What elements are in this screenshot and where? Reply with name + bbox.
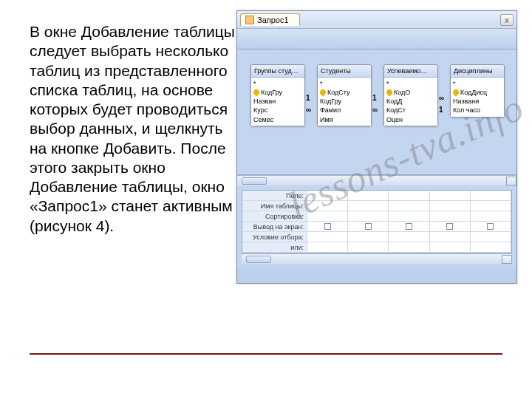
grid-cell[interactable]	[389, 201, 429, 211]
grid-cell[interactable]	[348, 201, 389, 211]
relation-many: ∞	[306, 106, 311, 114]
table-field[interactable]: Фамил	[320, 106, 369, 115]
scroll-thumb[interactable]	[242, 177, 267, 185]
slide: В окне Добавление таблицы следует выбрат…	[0, 0, 532, 399]
field-label: *	[386, 79, 389, 88]
close-button[interactable]: x	[500, 14, 514, 26]
table-field-list[interactable]: *КодГруНазванКурсСемес	[251, 78, 304, 126]
body-paragraph: В окне Добавление таблицы следует выбрат…	[30, 22, 236, 236]
table-field[interactable]: Оцен	[386, 115, 435, 124]
grid-cell[interactable]	[307, 232, 348, 242]
grid-cell[interactable]	[471, 242, 511, 253]
table-field[interactable]: *	[386, 79, 435, 88]
table-field[interactable]: Назван	[253, 97, 302, 106]
grid-cell[interactable]	[430, 242, 471, 253]
field-label: КодСту	[327, 88, 350, 97]
grid-cell[interactable]	[471, 232, 511, 242]
grid-cell[interactable]	[348, 191, 389, 201]
key-icon	[320, 89, 327, 97]
show-checkbox-cell[interactable]	[430, 222, 471, 232]
grid-cell[interactable]	[348, 242, 389, 253]
grid-cell[interactable]	[471, 211, 511, 222]
grid-cell[interactable]	[348, 232, 389, 242]
table-field[interactable]: КодГру	[253, 88, 302, 97]
grid-cell[interactable]	[430, 211, 471, 222]
grid-row-label: Поле:	[242, 191, 307, 201]
query-icon	[245, 16, 254, 24]
table-box[interactable]: Дисциплины*КодДисцНазваниКол часо	[450, 64, 505, 117]
table-field[interactable]: КодСт	[386, 106, 435, 115]
grid-cell[interactable]	[307, 211, 348, 222]
table-field[interactable]: КодД	[386, 97, 435, 106]
field-label: *	[320, 79, 323, 88]
field-label: КодО	[394, 88, 410, 97]
table-field[interactable]: Названи	[453, 97, 502, 106]
table-box[interactable]: Студенты*КодСтуКодГруФамилИмя	[317, 64, 372, 126]
table-title: Студенты	[318, 65, 371, 78]
field-label: *	[253, 79, 256, 88]
relation-one: 1	[372, 94, 377, 102]
grid-cell[interactable]	[471, 201, 511, 211]
table-title: Дисциплины	[451, 65, 504, 78]
table-field[interactable]: Семес	[253, 115, 302, 124]
checkbox-icon[interactable]	[365, 223, 372, 230]
tables-area[interactable]: lessons-tva.info Группы студ…*КодГруНазв…	[237, 50, 516, 175]
show-checkbox-cell[interactable]	[348, 222, 389, 232]
grid-scrollbar[interactable]	[242, 253, 512, 264]
toolbar-strip	[237, 29, 516, 50]
table-field[interactable]: КодСту	[320, 88, 369, 97]
grid-cell[interactable]	[430, 201, 471, 211]
checkbox-icon[interactable]	[487, 223, 494, 230]
footer-rule	[30, 353, 502, 355]
query-designer-screenshot: Запрос1 x lessons-tva.info Группы студ…*…	[236, 10, 517, 284]
field-label: КодГру	[320, 97, 341, 106]
scroll-right-icon[interactable]	[502, 255, 512, 264]
grid-cell[interactable]	[307, 242, 348, 253]
grid-cell[interactable]	[430, 191, 471, 201]
table-field-list[interactable]: *КодСтуКодГруФамилИмя	[318, 78, 371, 126]
field-label: *	[453, 79, 456, 88]
grid-cell[interactable]	[348, 211, 389, 222]
checkbox-icon[interactable]	[324, 223, 331, 230]
relation-many: ∞	[372, 106, 378, 114]
grid-cell[interactable]	[389, 211, 429, 222]
checkbox-icon[interactable]	[446, 223, 453, 230]
grid-cell[interactable]	[307, 201, 348, 211]
grid-cell[interactable]	[430, 232, 471, 242]
table-box[interactable]: Группы студ…*КодГруНазванКурсСемес	[250, 64, 305, 126]
table-field[interactable]: КодГру	[320, 97, 369, 106]
field-label: Фамил	[320, 106, 341, 115]
grid-cell[interactable]	[307, 191, 348, 201]
field-label: КодД	[386, 97, 402, 106]
grid-row-label: или:	[242, 242, 307, 253]
table-field[interactable]: КодДисц	[453, 88, 502, 97]
table-field[interactable]: Имя	[320, 115, 369, 124]
table-box[interactable]: Успеваемо…*КодОКодДКодСтОцен	[383, 64, 438, 126]
table-field[interactable]: КодО	[386, 88, 435, 97]
show-checkbox-cell[interactable]	[471, 222, 511, 232]
grid-row-label: Условие отбора:	[242, 232, 307, 242]
field-label: КодСт	[386, 106, 406, 115]
show-checkbox-cell[interactable]	[389, 222, 429, 232]
grid-row-label: Имя таблицы:	[242, 201, 307, 211]
grid-row-label: Вывод на экран:	[242, 222, 307, 232]
table-field[interactable]: *	[453, 79, 502, 88]
grid-cell[interactable]	[389, 232, 429, 242]
table-field[interactable]: Курс	[253, 106, 302, 115]
grid-cell[interactable]	[389, 242, 429, 253]
table-field[interactable]: *	[253, 79, 302, 88]
table-field[interactable]: Кол часо	[453, 106, 502, 115]
checkbox-icon[interactable]	[406, 223, 412, 230]
field-label: Курс	[253, 106, 267, 115]
tables-scrollbar[interactable]	[237, 175, 516, 185]
show-checkbox-cell[interactable]	[307, 222, 348, 232]
scroll-thumb[interactable]	[246, 256, 271, 263]
scroll-right-icon[interactable]	[506, 177, 516, 185]
grid-cell[interactable]	[471, 191, 511, 201]
grid-cell[interactable]	[389, 191, 429, 201]
table-field[interactable]: *	[320, 79, 369, 88]
table-field-list[interactable]: *КодОКодДКодСтОцен	[384, 78, 437, 126]
query-tab[interactable]: Запрос1	[240, 13, 300, 26]
table-field-list[interactable]: *КодДисцНазваниКол часо	[451, 78, 504, 117]
qbe-grid[interactable]: Поле:Имя таблицы:Сортировка:Вывод на экр…	[242, 191, 511, 253]
